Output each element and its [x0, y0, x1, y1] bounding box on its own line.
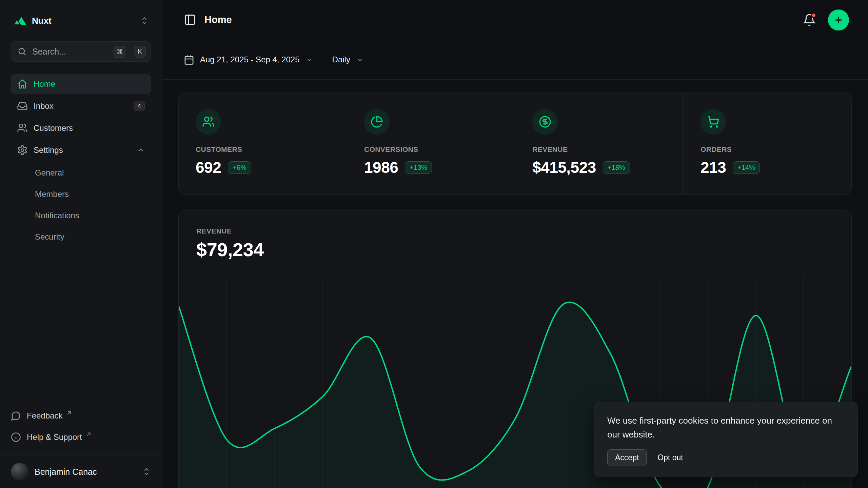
sidebar-item-settings[interactable]: Settings: [11, 140, 151, 160]
sidebar-subitem-notifications[interactable]: Notifications: [11, 205, 151, 226]
user-menu[interactable]: Benjamin Canac: [0, 455, 162, 488]
period-label: Daily: [332, 55, 350, 64]
stat-value: 1986: [364, 158, 398, 177]
sidebar: Nuxt Search... ⌘ K Home Inbox 4 Customer…: [0, 0, 162, 488]
plus-icon: [833, 15, 844, 25]
panel-icon[interactable]: [184, 14, 196, 26]
chat-bubble-icon: [11, 411, 21, 421]
inbox-icon: [17, 101, 28, 111]
notifications-button[interactable]: [803, 14, 816, 26]
sidebar-subitem-general[interactable]: General: [11, 162, 151, 183]
stat-value: $415,523: [532, 158, 596, 177]
page-header: Home: [162, 0, 868, 40]
footer-link-label: Help & Support: [27, 432, 82, 442]
cookie-consent-banner: We use first-party cookies to enhance yo…: [594, 402, 858, 477]
sidebar-item-label: Customers: [34, 123, 73, 133]
gear-icon: [17, 145, 28, 156]
notification-dot: [811, 13, 816, 18]
sidebar-item-customers[interactable]: Customers: [11, 118, 151, 138]
sidebar-item-label: Home: [34, 79, 55, 89]
stat-icon-circle: [196, 109, 221, 135]
chevron-updown-icon: [142, 467, 151, 476]
inbox-count-badge: 4: [134, 101, 145, 111]
sidebar-item-label: Settings: [34, 145, 63, 155]
stat-delta-badge: +13%: [405, 161, 432, 174]
stat-revenue[interactable]: REVENUE $415,523 +18%: [515, 93, 683, 194]
filters-toolbar: Aug 21, 2025 - Sep 4, 2025 Daily: [162, 40, 868, 80]
info-circle-icon: [11, 432, 21, 442]
stat-label: CUSTOMERS: [196, 145, 330, 154]
search-placeholder: Search...: [32, 47, 108, 57]
workspace-switcher[interactable]: Nuxt: [11, 10, 151, 31]
stat-customers[interactable]: CUSTOMERS 692 +6%: [179, 93, 347, 194]
add-button[interactable]: [828, 9, 849, 30]
chevron-updown-icon: [140, 16, 149, 25]
subitem-label: Members: [35, 189, 69, 199]
date-range-label: Aug 21, 2025 - Sep 4, 2025: [200, 55, 300, 64]
sidebar-subitem-members[interactable]: Members: [11, 183, 151, 205]
circle-dollar-icon: [539, 116, 551, 128]
help-support-link[interactable]: Help & Support: [11, 426, 151, 448]
sidebar-spacer: [11, 247, 151, 405]
sidebar-item-inbox[interactable]: Inbox 4: [11, 96, 151, 116]
revenue-label: REVENUE: [196, 227, 834, 235]
header-actions: [803, 9, 849, 30]
sidebar-subitem-security[interactable]: Security: [11, 226, 151, 247]
sidebar-footer: Feedback Help & Support: [11, 405, 151, 455]
stat-icon-circle: [532, 109, 558, 135]
subitem-label: Notifications: [35, 211, 79, 220]
workspace-name: Nuxt: [32, 16, 135, 26]
sidebar-item-home[interactable]: Home: [11, 74, 151, 94]
period-select[interactable]: Daily: [332, 55, 364, 64]
search-input[interactable]: Search... ⌘ K: [11, 41, 151, 62]
stat-orders[interactable]: ORDERS 213 +14%: [683, 93, 851, 194]
optout-cookies-button[interactable]: Opt out: [657, 453, 683, 462]
external-link-icon: [86, 431, 92, 437]
cookie-actions: Accept Opt out: [607, 449, 845, 466]
revenue-card-header: REVENUE $79,234: [179, 211, 851, 261]
users-icon: [202, 116, 215, 128]
stat-icon-circle: [701, 109, 726, 135]
revenue-total: $79,234: [196, 239, 834, 261]
avatar: [11, 463, 28, 481]
subitem-label: General: [35, 168, 64, 178]
subitem-label: Security: [35, 232, 64, 242]
stat-label: CONVERSIONS: [364, 145, 498, 154]
stats-card-row: CUSTOMERS 692 +6% CONVERSIONS 1986 +13%: [178, 93, 852, 195]
kbd-meta: ⌘: [114, 46, 126, 58]
users-icon: [17, 123, 28, 134]
chevron-down-icon: [305, 56, 313, 64]
cookie-message: We use first-party cookies to enhance yo…: [607, 414, 845, 441]
feedback-link[interactable]: Feedback: [11, 405, 151, 426]
external-link-icon: [66, 410, 72, 416]
home-icon: [17, 79, 28, 89]
stat-value: 213: [701, 158, 726, 177]
stat-icon-circle: [364, 109, 390, 135]
kbd-k: K: [134, 46, 146, 58]
chevron-down-icon: [356, 56, 364, 64]
search-icon: [17, 47, 27, 56]
calendar-icon: [184, 55, 194, 65]
stat-delta-badge: +18%: [603, 161, 630, 174]
accept-cookies-button[interactable]: Accept: [607, 449, 647, 466]
date-range-picker[interactable]: Aug 21, 2025 - Sep 4, 2025: [184, 55, 313, 65]
page-title: Home: [204, 14, 232, 25]
pie-chart-icon: [371, 116, 383, 128]
stat-conversions[interactable]: CONVERSIONS 1986 +13%: [347, 93, 515, 194]
sidebar-item-label: Inbox: [34, 101, 54, 111]
user-name: Benjamin Canac: [35, 467, 136, 477]
stat-value: 692: [196, 158, 221, 177]
stat-delta-badge: +6%: [228, 161, 251, 174]
chevron-up-icon: [137, 146, 145, 154]
footer-link-label: Feedback: [27, 411, 62, 421]
stat-delta-badge: +14%: [733, 161, 760, 174]
stat-label: REVENUE: [532, 145, 666, 154]
stat-label: ORDERS: [701, 145, 834, 154]
cart-icon: [707, 116, 719, 128]
sidebar-nav: Home Inbox 4 Customers Settings General …: [11, 74, 151, 247]
nuxt-logo: [13, 16, 26, 25]
